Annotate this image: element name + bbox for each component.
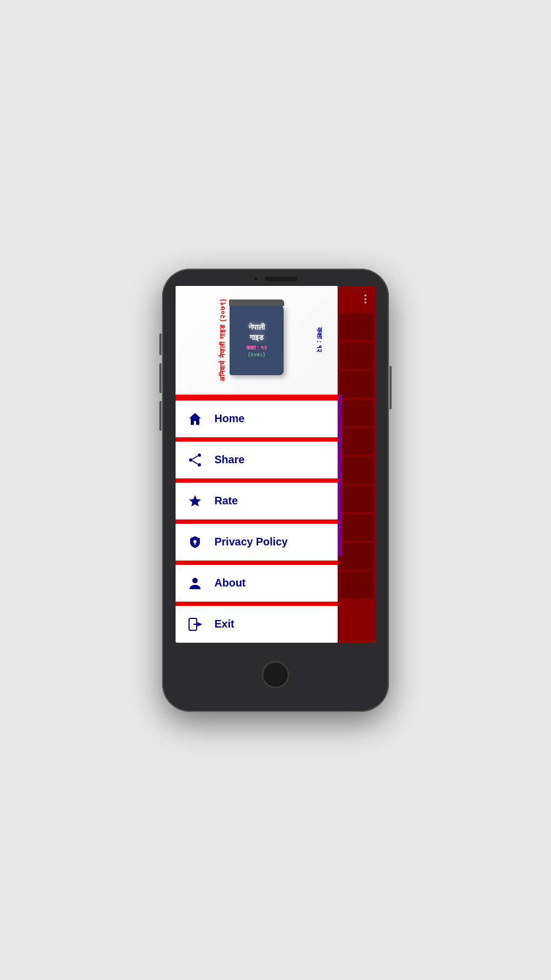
power-button[interactable]	[389, 366, 392, 409]
content-row-4	[339, 399, 374, 426]
content-row-7	[339, 485, 374, 512]
share-icon	[186, 451, 204, 469]
purple-accent-bar	[338, 394, 342, 556]
menu-item-rate[interactable]: Rate	[176, 483, 338, 519]
svg-marker-6	[189, 495, 201, 506]
content-row-10	[339, 571, 374, 598]
silent-switch[interactable]	[159, 401, 162, 431]
exit-icon	[186, 616, 204, 633]
rotated-title-right: कक्षा : १२	[315, 328, 324, 353]
book-cover: नेपालीगाइड कक्षा : १२ (२०७८)	[230, 305, 284, 375]
menu-label-about: About	[214, 577, 246, 589]
divider-3	[176, 519, 338, 524]
person-icon	[186, 575, 204, 592]
menu-item-privacy[interactable]: Privacy Policy	[176, 524, 338, 561]
shield-icon	[186, 534, 204, 551]
menu-item-about[interactable]: About	[176, 565, 338, 602]
svg-line-4	[192, 456, 198, 459]
top-divider	[176, 396, 338, 401]
divider-4	[176, 561, 338, 565]
svg-point-1	[198, 454, 201, 457]
content-row-1	[339, 314, 374, 341]
svg-line-5	[192, 461, 198, 464]
content-row-2	[339, 342, 374, 369]
phone-frame: अनिवार्य नेपाली गाइड (२०७९) नेपालीगाइड क…	[162, 269, 389, 712]
book-spine-top	[229, 299, 284, 306]
book-year-label: (२०७८)	[248, 351, 265, 358]
menu-label-share: Share	[214, 454, 245, 466]
divider-1	[176, 437, 338, 442]
svg-point-9	[192, 578, 198, 583]
svg-point-3	[198, 463, 201, 466]
menu-label-privacy: Privacy Policy	[214, 536, 288, 548]
earpiece-speaker	[265, 277, 298, 281]
app-header: अनिवार्य नेपाली गाइड (२०७९) नेपालीगाइड क…	[176, 286, 338, 396]
content-row-6	[339, 457, 374, 484]
menu-item-home[interactable]: Home	[176, 401, 338, 437]
divider-2	[176, 478, 338, 483]
svg-point-2	[189, 458, 192, 462]
volume-down-button[interactable]	[159, 363, 162, 393]
menu-label-rate: Rate	[214, 495, 238, 507]
menu-label-exit: Exit	[214, 618, 234, 630]
phone-bottom-bar	[262, 643, 289, 712]
drawer-panel: अनिवार्य नेपाली गाइड (२०७९) नेपालीगाइड क…	[176, 286, 338, 643]
content-row-3	[339, 371, 374, 398]
volume-up-button[interactable]	[159, 334, 162, 355]
divider-5	[176, 602, 338, 606]
rotated-title-left: अनिवार्य नेपाली गाइड (२०७९)	[218, 298, 227, 382]
content-row-8	[339, 514, 374, 541]
content-row-5	[339, 428, 374, 455]
toolbar-bg: ⋮	[338, 286, 375, 312]
content-rows	[338, 312, 375, 643]
home-button[interactable]	[262, 661, 289, 688]
star-icon	[186, 492, 204, 510]
menu-item-exit[interactable]: Exit	[176, 606, 338, 643]
menu-label-home: Home	[214, 412, 245, 425]
overflow-menu-icon[interactable]: ⋮	[360, 293, 371, 305]
background-content-panel: ⋮	[338, 286, 375, 643]
home-icon	[186, 410, 204, 428]
phone-top-bar	[162, 269, 389, 282]
svg-rect-8	[194, 543, 196, 545]
book-class-label: कक्षा : १२	[246, 344, 267, 351]
book-title: नेपालीगाइड	[248, 322, 265, 342]
menu-item-share[interactable]: Share	[176, 442, 338, 478]
front-camera	[253, 276, 259, 282]
svg-marker-0	[189, 413, 201, 425]
content-row-9	[339, 543, 374, 570]
phone-screen: अनिवार्य नेपाली गाइड (२०७९) नेपालीगाइड क…	[176, 286, 375, 643]
